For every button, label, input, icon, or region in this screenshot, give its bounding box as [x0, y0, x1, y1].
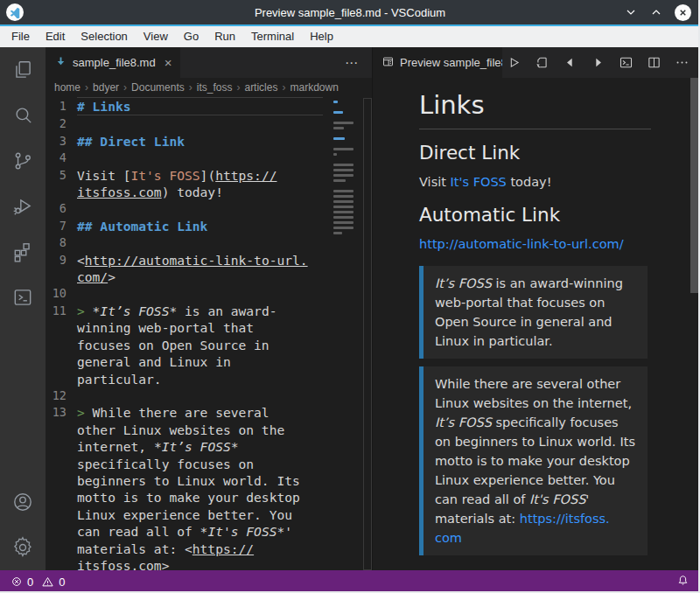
breadcrumb-item[interactable]: Documents: [131, 81, 185, 94]
title-bar: Preview sample_file8.md - VSCodium: [0, 0, 700, 24]
minimap-line: [333, 195, 354, 198]
terminal-icon[interactable]: [616, 53, 635, 73]
minimap-line: [333, 169, 354, 171]
line-content: [77, 234, 312, 251]
line-number: 6: [46, 200, 77, 217]
vscodium-logo-icon: [6, 3, 24, 21]
more-actions-icon[interactable]: [672, 53, 691, 73]
warning-count: 0: [59, 576, 65, 589]
editor-scrollbar[interactable]: [363, 98, 372, 570]
breadcrumb-item[interactable]: bdyer: [93, 81, 119, 94]
minimap-line: [333, 164, 354, 166]
minimap-line: [333, 227, 354, 229]
activity-settings-icon[interactable]: [0, 525, 46, 570]
preview-tab-label: Preview sample_file8.md: [400, 56, 502, 69]
open-preview-icon: [382, 55, 395, 71]
menu-run[interactable]: Run: [206, 26, 243, 47]
tab-label: sample_file8.md: [73, 56, 156, 69]
code-editor[interactable]: 1# Links23## Direct Link45Visit [It's FO…: [46, 97, 372, 570]
previous-icon[interactable]: [560, 53, 579, 73]
preview-paragraph: http:/​/​automatic-link-to-url.​com/​: [419, 234, 651, 254]
activity-account-icon[interactable]: [0, 479, 46, 525]
menu-selection[interactable]: Selection: [73, 26, 135, 47]
activity-run-and-debug-icon[interactable]: [0, 184, 46, 229]
preview-heading: Links: [419, 90, 651, 120]
preview-text: It’s FOSS: [435, 415, 492, 429]
breadcrumb-separator: ›: [232, 81, 244, 94]
open-changes-icon[interactable]: [532, 53, 551, 73]
breadcrumb-separator: ›: [119, 81, 131, 94]
activity-explorer-icon[interactable]: [0, 47, 46, 93]
preview-link[interactable]: http:/​/​automatic-link-to-url.​com/​: [419, 237, 624, 251]
preview-text: It’s FOSS: [435, 276, 492, 290]
line-content: ## Direct Link: [77, 133, 312, 150]
editor-line[interactable]: 13> While there are several other Linux …: [46, 404, 326, 570]
breadcrumb-separator: ›: [277, 81, 290, 94]
editor-line[interactable]: 1# Links: [46, 98, 326, 115]
minimap-line: [333, 101, 338, 103]
line-number: 5: [46, 167, 77, 201]
minimize-button[interactable]: [624, 5, 638, 19]
editor-line[interactable]: 4: [46, 150, 326, 166]
error-icon: [10, 576, 23, 588]
line-number: 2: [46, 115, 77, 132]
run-icon[interactable]: [504, 53, 523, 73]
editor-line[interactable]: 10: [46, 285, 326, 302]
menu-view[interactable]: View: [136, 26, 176, 47]
activity-terminal-icon[interactable]: [0, 275, 46, 320]
activity-extensions-icon[interactable]: [0, 229, 46, 275]
next-icon[interactable]: [588, 53, 607, 73]
editor-line[interactable]: 9<http:/​/​automatic-link-to-url.​com/​>: [46, 252, 326, 286]
maximize-button[interactable]: [649, 5, 663, 19]
line-content: ## Automatic Link: [77, 218, 312, 234]
menu-edit[interactable]: Edit: [38, 26, 73, 47]
menu-help[interactable]: Help: [302, 26, 341, 47]
preview-paragraph: Visit It's FOSS today!: [419, 172, 651, 192]
breadcrumb-item[interactable]: markdown: [290, 81, 338, 94]
editor-line[interactable]: 12: [46, 387, 326, 404]
minimap-line: [333, 179, 346, 182]
editor-line[interactable]: 2: [46, 115, 326, 132]
menu-go[interactable]: Go: [176, 26, 206, 47]
menu-terminal[interactable]: Terminal: [243, 26, 302, 47]
breadcrumb-item[interactable]: its_foss: [197, 81, 233, 94]
line-number: 9: [46, 252, 77, 286]
preview-text: Visit: [419, 175, 451, 189]
line-content: > *It’s FOSS* is an award-winning web-po…: [77, 303, 312, 387]
editor-line[interactable]: 5Visit [It's FOSS](https:/​/​itsfoss.​co…: [46, 167, 326, 201]
editor-line[interactable]: 11> *It’s FOSS* is an award-winning web-…: [46, 303, 326, 387]
close-button[interactable]: [675, 4, 691, 21]
tab-close-icon[interactable]: ×: [164, 55, 172, 70]
activity-bar: [0, 47, 46, 570]
line-number: 13: [46, 404, 77, 570]
line-content: # Links: [77, 97, 323, 115]
breadcrumb-item[interactable]: home: [54, 81, 80, 94]
minimap-line: [333, 200, 354, 203]
minimap-line: [333, 206, 354, 208]
line-number: 10: [46, 285, 77, 302]
breadcrumb[interactable]: home›bdyer›Documents›its_foss›articles›m…: [46, 78, 372, 97]
preview-heading: Direct Link: [419, 142, 651, 164]
editor-line[interactable]: 6: [46, 200, 326, 217]
more-actions-icon[interactable]: ⋯: [345, 47, 372, 78]
menu-file[interactable]: File: [4, 26, 38, 47]
notifications-bell-icon[interactable]: [676, 574, 690, 590]
preview-link[interactable]: It's FOSS: [451, 175, 507, 189]
line-number: 4: [46, 150, 77, 166]
split-editor-icon[interactable]: [644, 53, 663, 73]
preview-tab-bar: Preview sample_file8.md: [373, 47, 700, 78]
breadcrumb-item[interactable]: articles: [244, 81, 277, 94]
editor-line[interactable]: 7## Automatic Link: [46, 218, 326, 234]
editor-line[interactable]: 3## Direct Link: [46, 133, 326, 150]
line-number: 12: [46, 387, 77, 404]
line-number: 8: [46, 234, 77, 251]
tab-preview[interactable]: Preview sample_file8.md: [373, 47, 502, 78]
markdown-preview: LinksDirect LinkVisit It's FOSS today!Au…: [373, 78, 700, 570]
problems-indicator[interactable]: 0 0: [10, 576, 65, 589]
activity-search-icon[interactable]: [0, 93, 46, 138]
activity-source-control-icon[interactable]: [0, 138, 46, 184]
tab-sample-file8[interactable]: sample_file8.md ×: [46, 47, 180, 78]
editor-line[interactable]: 8: [46, 234, 326, 251]
line-number: 7: [46, 218, 77, 234]
line-content: [77, 387, 312, 404]
